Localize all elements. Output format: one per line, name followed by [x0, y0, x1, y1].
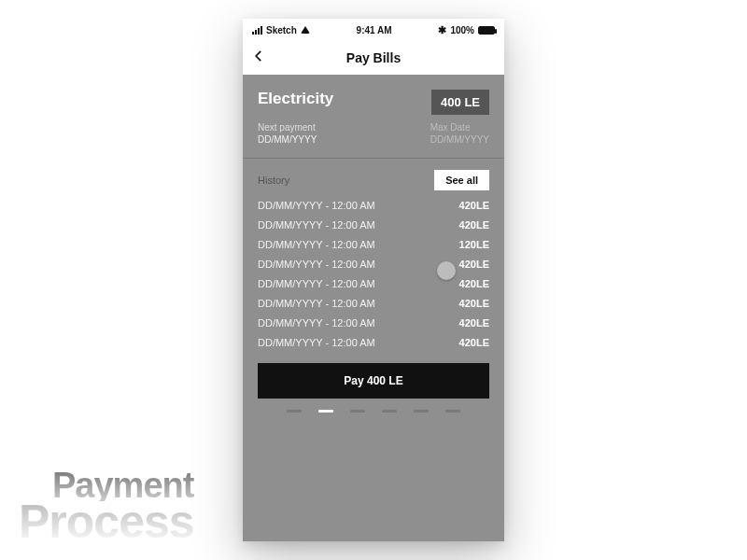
bill-panel: Electricity 400 LE Next payment DD/MM/YY…	[243, 75, 504, 541]
pay-button[interactable]: Pay 400 LE	[258, 363, 489, 399]
page-title: Pay Bills	[346, 50, 401, 65]
history-row: DD/MM/YYYY - 12:00 AM120LE	[258, 239, 489, 250]
bill-amount-chip: 400 LE	[431, 90, 489, 115]
bill-name: Electricity	[258, 90, 333, 108]
history-list[interactable]: DD/MM/YYYY - 12:00 AM420LE DD/MM/YYYY - …	[258, 200, 489, 348]
watermark: Payment Process	[19, 469, 194, 543]
history-row: DD/MM/YYYY - 12:00 AM420LE	[258, 200, 489, 211]
max-date-value: DD/MM/YYYY	[430, 134, 489, 145]
scroll-thumb[interactable]	[437, 261, 456, 280]
history-label: History	[258, 175, 289, 186]
page-dot[interactable]	[350, 410, 365, 413]
history-row: DD/MM/YYYY - 12:00 AM420LE	[258, 317, 489, 329]
signal-icon	[252, 26, 262, 35]
history-row: DD/MM/YYYY - 12:00 AM420LE	[258, 219, 489, 231]
page-dot[interactable]	[382, 410, 397, 413]
battery-icon	[478, 26, 495, 35]
nav-bar: Pay Bills	[243, 41, 504, 75]
phone-frame: Sketch 9:41 AM ✱ 100% Pay Bills Electric…	[243, 19, 504, 541]
next-payment-label: Next payment	[258, 122, 317, 133]
max-date-label: Max Date	[430, 122, 489, 133]
chevron-left-icon	[252, 49, 265, 63]
carrier-label: Sketch	[266, 25, 297, 35]
bluetooth-icon: ✱	[438, 24, 446, 36]
page-dot[interactable]	[414, 410, 429, 413]
page-dot[interactable]	[287, 410, 302, 413]
watermark-line1: Payment	[52, 469, 194, 501]
next-payment-value: DD/MM/YYYY	[258, 134, 317, 145]
history-row: DD/MM/YYYY - 12:00 AM420LE	[258, 278, 489, 289]
back-button[interactable]	[252, 49, 269, 66]
clock: 9:41 AM	[357, 25, 392, 35]
see-all-button[interactable]: See all	[434, 170, 489, 190]
page-dot[interactable]	[318, 410, 333, 413]
page-dot[interactable]	[445, 410, 460, 413]
page-indicator[interactable]	[258, 410, 489, 413]
divider	[243, 158, 504, 159]
wifi-icon	[301, 26, 310, 34]
history-row: DD/MM/YYYY - 12:00 AM420LE	[258, 298, 489, 309]
history-row: DD/MM/YYYY - 12:00 AM420LE	[258, 337, 489, 348]
status-bar: Sketch 9:41 AM ✱ 100%	[243, 19, 504, 41]
battery-percent: 100%	[450, 25, 474, 35]
watermark-line2: Process	[19, 501, 194, 543]
